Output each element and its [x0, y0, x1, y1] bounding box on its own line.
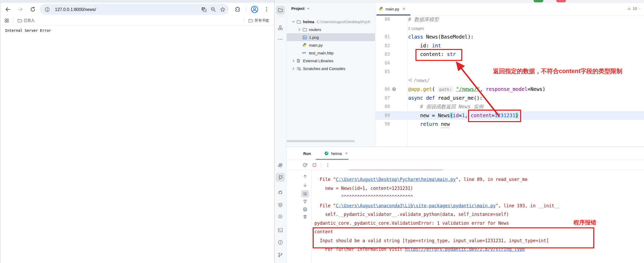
browser-toolbar: 127.0.0.1:8000/news/ G文 — [0, 3, 274, 16]
run-tab-heima[interactable]: heima ✕ — [324, 151, 348, 156]
code-text: /news/ — [408, 76, 430, 85]
run-tool-icon[interactable] — [276, 173, 285, 182]
zoom-icon[interactable] — [209, 5, 218, 14]
code-line-86[interactable]: 86@app.get( path: "/news/", response_mod… — [375, 85, 644, 94]
all-bookmarks-folder[interactable]: 所有书签 — [248, 18, 269, 23]
line-number: 82 — [385, 41, 390, 50]
console-link[interactable]: C:\Users\August\anaconda3\Lib\site-packa… — [336, 203, 496, 208]
ide-green-button[interactable] — [534, 0, 543, 2]
version-control-icon[interactable] — [276, 251, 285, 259]
code-text: # 假设函数返回 News 实例 — [408, 102, 483, 111]
clear-console-icon[interactable] — [301, 213, 309, 220]
code-token: = — [459, 112, 462, 118]
bookmark-folder-imported[interactable]: 已导入 — [17, 18, 35, 23]
structure-tool-icon[interactable] — [276, 23, 285, 32]
stop-button[interactable] — [312, 162, 317, 168]
run-console[interactable]: ^^^^^^^^^^^^^^^^^^^^^^^^^^^^^^^^^^^ File… — [312, 170, 644, 263]
code-token: content: — [408, 51, 447, 57]
inspections-widget[interactable]: 10 — [627, 6, 641, 11]
code-token: ( — [450, 112, 453, 118]
url-text[interactable]: 127.0.0.1:8000/news/ — [55, 7, 199, 12]
project-tree-item-heima[interactable]: heimaC:\Users\August\Desktop\Pych — [287, 18, 375, 26]
project-horizontal-scrollbar[interactable] — [287, 140, 355, 142]
code-inlay-line[interactable]: 2 usages — [375, 24, 644, 33]
run-panel: Run heima ✕ — [287, 147, 644, 263]
code-token: str — [447, 51, 456, 57]
project-tool-icon[interactable] — [276, 6, 285, 15]
project-tree-item-test-main-http[interactable]: APItest_main.http — [287, 49, 375, 57]
rerun-button[interactable] — [302, 162, 308, 168]
services-tool-icon[interactable] — [276, 212, 285, 221]
code-token — [453, 86, 456, 92]
terminal-tool-icon[interactable] — [276, 226, 285, 235]
project-tree-item-1-png[interactable]: 1.png — [287, 33, 375, 41]
project-tree-item-scratches-and-consoles[interactable]: Scratches and Consoles — [287, 65, 375, 72]
api-file-icon: API — [302, 51, 307, 55]
project-tree-item-main-py[interactable]: main.py — [287, 41, 375, 49]
code-token: # 数据库模型 — [408, 16, 439, 22]
packages-tool-icon[interactable] — [276, 201, 285, 209]
forward-button[interactable] — [16, 5, 25, 14]
project-tree-item-routers[interactable]: routers — [287, 26, 375, 33]
extensions-icon[interactable] — [233, 5, 242, 14]
code-line-89[interactable]: 89 new = News(id=1, content=1231231) — [375, 111, 644, 120]
python-console-icon[interactable] — [276, 161, 285, 170]
code-line-84[interactable]: 84 — [375, 59, 644, 68]
debug-tool-icon[interactable] — [276, 188, 285, 197]
bookmarks-bar: 已导入 所有书签 — [0, 16, 274, 25]
code-token: # 假设函数返回 News 实例 — [408, 104, 483, 109]
tab-close-icon[interactable]: ✕ — [345, 151, 348, 155]
reload-button[interactable] — [28, 5, 37, 14]
print-icon[interactable] — [301, 206, 309, 213]
code-line-82[interactable]: 82 id: int — [375, 41, 644, 50]
console-token: ^^^^^^^^^^^^^^^^^^^^^^^^^^^^^^^^^^^ — [314, 170, 442, 173]
code-line-80[interactable]: 80# 数据库模型 — [375, 15, 644, 24]
ide-red-button[interactable] — [556, 0, 566, 2]
tree-item-label: test_main.http — [309, 51, 333, 55]
code-line-88[interactable]: 88 # 假设函数返回 News 实例 — [375, 102, 644, 111]
chevron-right-icon — [297, 28, 302, 32]
code-line-81[interactable]: 81class News(BaseModel): — [375, 33, 644, 41]
soft-wrap-icon[interactable] — [301, 190, 309, 197]
code-line-87[interactable]: 87async def read_user_me(): — [375, 94, 644, 103]
problems-tool-icon[interactable] — [276, 238, 285, 247]
console-token: ", line 89, in read_user_me — [456, 177, 527, 182]
bookmark-star-icon[interactable] — [218, 5, 227, 14]
project-tree-item-external-libraries[interactable]: External Libraries — [287, 57, 375, 65]
more-tools-icon[interactable] — [276, 35, 285, 44]
code-inlay-line[interactable]: /news/ — [375, 76, 644, 85]
site-info-icon[interactable] — [42, 5, 52, 14]
tool-window-strip — [275, 3, 287, 263]
console-token: ^^^^^^^^^^^^^^^^^^^^^^^^^^^ — [314, 194, 413, 199]
console-token: new = News(id=1, content=1231231) — [314, 186, 413, 191]
code-text: async def read_user_me(): — [408, 94, 483, 103]
apps-grid-icon[interactable] — [3, 17, 11, 24]
tab-close-icon[interactable]: ✕ — [402, 7, 406, 11]
console-text: Input should be a valid string [type=str… — [314, 236, 549, 245]
translate-icon[interactable]: G文 — [199, 5, 209, 14]
code-token: 1 — [462, 112, 465, 118]
line-number: 88 — [385, 102, 390, 111]
editor-tab-mainpy[interactable]: main.py ✕ — [379, 7, 405, 11]
code-line-83[interactable]: 83 content: str — [375, 50, 644, 59]
code-line-90[interactable]: 90 return new — [375, 120, 644, 129]
project-panel-title: Project — [291, 6, 305, 11]
up-stack-trace-icon[interactable] — [301, 173, 309, 180]
project-panel-header[interactable]: Project — [291, 6, 310, 11]
svg-text:API: API — [302, 52, 306, 54]
tree-item-label: heima — [303, 20, 314, 24]
run-options-menu-icon[interactable] — [325, 162, 330, 168]
console-link[interactable]: https://errors.pydantic.dev/2.8/v/string… — [405, 247, 525, 252]
console-link[interactable]: C:\Users\August\Desktop\Pycharm\heima\ma… — [336, 177, 456, 182]
editor-gutter — [375, 24, 408, 33]
scratches-icon — [296, 66, 301, 71]
profile-avatar[interactable] — [250, 5, 259, 14]
browser-menu-icon[interactable] — [262, 5, 271, 14]
address-bar[interactable]: 127.0.0.1:8000/news/ G文 — [40, 4, 229, 15]
code-token: class — [408, 34, 426, 40]
down-stack-trace-icon[interactable] — [301, 181, 309, 189]
editor-gutter: 85 — [375, 67, 408, 76]
back-button[interactable] — [3, 5, 12, 14]
globe-endpoint-icon[interactable] — [392, 87, 396, 91]
scroll-to-end-icon[interactable] — [301, 198, 309, 205]
